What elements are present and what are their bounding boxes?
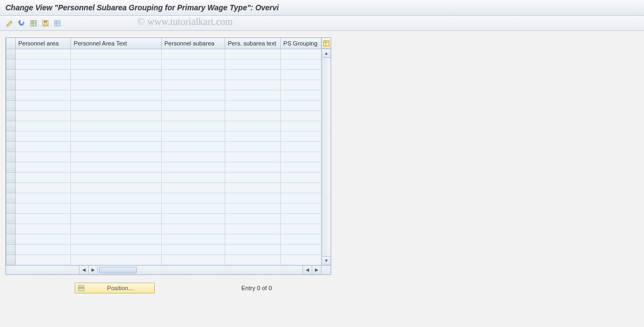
table-row[interactable] bbox=[6, 254, 321, 265]
scroll-right-step-button[interactable]: ▶ bbox=[89, 266, 98, 274]
table-cell[interactable] bbox=[280, 69, 321, 80]
row-selector[interactable] bbox=[6, 49, 16, 59]
table-cell[interactable] bbox=[225, 254, 281, 265]
scroll-up-button[interactable]: ▲ bbox=[322, 49, 331, 58]
table-cell[interactable] bbox=[280, 141, 321, 152]
save-button[interactable] bbox=[40, 18, 51, 29]
table-cell[interactable] bbox=[15, 193, 71, 203]
table-cell[interactable] bbox=[15, 152, 71, 162]
table-cell[interactable] bbox=[71, 131, 161, 141]
table-cell[interactable] bbox=[71, 69, 161, 80]
table-cell[interactable] bbox=[15, 172, 71, 182]
table-cell[interactable] bbox=[15, 141, 71, 152]
table-cell[interactable] bbox=[225, 244, 281, 254]
table-cell[interactable] bbox=[71, 59, 161, 69]
table-cell[interactable] bbox=[280, 244, 321, 254]
table-cell[interactable] bbox=[280, 100, 321, 110]
table-cell[interactable] bbox=[71, 152, 161, 162]
table-cell[interactable] bbox=[280, 162, 321, 172]
table-row[interactable] bbox=[6, 110, 321, 121]
table-cell[interactable] bbox=[225, 49, 281, 59]
col-header-personnel-area[interactable]: Personnel area bbox=[15, 38, 71, 49]
table-cell[interactable] bbox=[71, 224, 161, 234]
row-selector[interactable] bbox=[6, 172, 16, 182]
table-row[interactable] bbox=[6, 193, 321, 203]
row-selector[interactable] bbox=[6, 110, 16, 121]
table-cell[interactable] bbox=[280, 203, 321, 213]
table-cell[interactable] bbox=[15, 49, 71, 59]
row-selector[interactable] bbox=[6, 69, 16, 80]
table-cell[interactable] bbox=[161, 131, 225, 141]
table-cell[interactable] bbox=[15, 182, 71, 193]
table-cell[interactable] bbox=[280, 152, 321, 162]
table-cell[interactable] bbox=[280, 90, 321, 100]
table-row[interactable] bbox=[6, 172, 321, 182]
table-row[interactable] bbox=[6, 131, 321, 141]
table-cell[interactable] bbox=[225, 131, 281, 141]
table-cell[interactable] bbox=[71, 110, 161, 121]
row-selector[interactable] bbox=[6, 203, 16, 213]
table-cell[interactable] bbox=[15, 234, 71, 244]
table-row[interactable] bbox=[6, 213, 321, 224]
deselect-all-button[interactable] bbox=[52, 18, 63, 29]
table-cell[interactable] bbox=[161, 100, 225, 110]
table-cell[interactable] bbox=[71, 213, 161, 224]
table-cell[interactable] bbox=[280, 172, 321, 182]
table-cell[interactable] bbox=[161, 244, 225, 254]
table-cell[interactable] bbox=[161, 80, 225, 90]
row-selector[interactable] bbox=[6, 131, 16, 141]
table-cell[interactable] bbox=[225, 182, 281, 193]
col-header-personnel-area-text[interactable]: Personnel Area Text bbox=[71, 38, 161, 49]
table-cell[interactable] bbox=[15, 100, 71, 110]
table-cell[interactable] bbox=[225, 162, 281, 172]
table-config-button[interactable] bbox=[322, 38, 331, 49]
table-cell[interactable] bbox=[15, 213, 71, 224]
table-cell[interactable] bbox=[71, 141, 161, 152]
scroll-left-end-button[interactable]: ◀ bbox=[303, 266, 312, 274]
table-cell[interactable] bbox=[225, 80, 281, 90]
table-row[interactable] bbox=[6, 80, 321, 90]
table-cell[interactable] bbox=[161, 59, 225, 69]
row-selector[interactable] bbox=[6, 224, 16, 234]
table-cell[interactable] bbox=[280, 224, 321, 234]
table-cell[interactable] bbox=[15, 244, 71, 254]
hscroll-track[interactable] bbox=[138, 266, 303, 274]
table-cell[interactable] bbox=[225, 90, 281, 100]
table-cell[interactable] bbox=[280, 254, 321, 265]
table-row[interactable] bbox=[6, 162, 321, 172]
table-cell[interactable] bbox=[71, 182, 161, 193]
table-cell[interactable] bbox=[161, 110, 225, 121]
table-cell[interactable] bbox=[161, 182, 225, 193]
table-cell[interactable] bbox=[225, 141, 281, 152]
table-cell[interactable] bbox=[161, 121, 225, 131]
undo-button[interactable] bbox=[16, 18, 27, 29]
position-button[interactable]: Position... bbox=[75, 283, 155, 293]
table-cell[interactable] bbox=[225, 152, 281, 162]
table-cell[interactable] bbox=[225, 193, 281, 203]
vertical-scrollbar[interactable]: ▲ ▼ bbox=[321, 38, 331, 265]
table-cell[interactable] bbox=[71, 234, 161, 244]
table-cell[interactable] bbox=[225, 100, 281, 110]
table-cell[interactable] bbox=[280, 121, 321, 131]
table-cell[interactable] bbox=[225, 203, 281, 213]
table-cell[interactable] bbox=[71, 254, 161, 265]
table-cell[interactable] bbox=[161, 69, 225, 80]
table-cell[interactable] bbox=[71, 172, 161, 182]
table-cell[interactable] bbox=[280, 49, 321, 59]
table-row[interactable] bbox=[6, 90, 321, 100]
table-cell[interactable] bbox=[71, 193, 161, 203]
table-cell[interactable] bbox=[15, 59, 71, 69]
table-row[interactable] bbox=[6, 121, 321, 131]
table-cell[interactable] bbox=[71, 80, 161, 90]
row-selector[interactable] bbox=[6, 182, 16, 193]
hscroll-thumb[interactable] bbox=[99, 267, 137, 273]
scroll-right-button[interactable]: ▶ bbox=[312, 266, 321, 274]
table-cell[interactable] bbox=[280, 80, 321, 90]
row-selector[interactable] bbox=[6, 234, 16, 244]
table-cell[interactable] bbox=[15, 224, 71, 234]
table-row[interactable] bbox=[6, 141, 321, 152]
table-row[interactable] bbox=[6, 224, 321, 234]
row-selector[interactable] bbox=[6, 244, 16, 254]
row-selector[interactable] bbox=[6, 162, 16, 172]
table-cell[interactable] bbox=[161, 141, 225, 152]
